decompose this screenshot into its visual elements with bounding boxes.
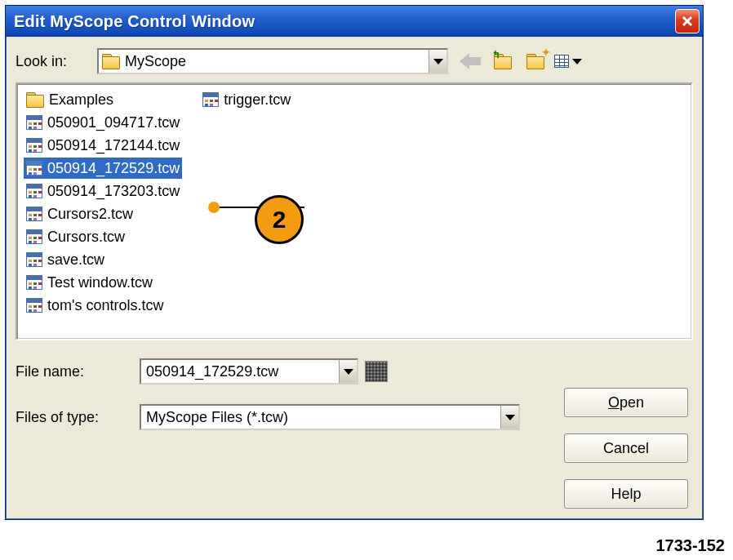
open-button[interactable]: Open (564, 388, 688, 417)
open-label-rest: pen (620, 394, 644, 411)
file-name-row: File name: 050914_172529.tcw (16, 358, 693, 384)
open-mnemonic: O (608, 394, 620, 411)
file-icon (26, 207, 42, 221)
chevron-down-icon (572, 59, 582, 64)
file-icon (26, 138, 42, 153)
list-item[interactable]: Examples (24, 89, 182, 110)
file-icon (26, 115, 42, 130)
new-folder-button[interactable]: ✦ (522, 49, 549, 73)
look-in-dropdown[interactable]: MyScope (97, 48, 448, 74)
up-one-level-button[interactable]: ↰ (489, 49, 517, 73)
file-icon (26, 275, 42, 290)
file-list[interactable]: Examples050901_094717.tcw050914_172144.t… (16, 82, 693, 340)
files-of-type-label: Files of type: (16, 409, 140, 426)
svg-marker-2 (460, 53, 481, 69)
file-name-dropdown-button[interactable] (339, 360, 357, 383)
list-item[interactable]: 050901_094717.tcw (24, 112, 182, 133)
list-item[interactable]: 050914_172144.tcw (24, 135, 182, 156)
figure-id: 1733-152 (655, 536, 725, 555)
file-label: trigger.tcw (224, 91, 291, 109)
file-label: 050901_094717.tcw (47, 114, 180, 131)
back-button[interactable] (456, 49, 484, 73)
list-item[interactable]: tom's controls.tcw (24, 295, 182, 316)
action-buttons: Open Cancel Help (564, 388, 688, 525)
file-label: 050914_172529.tcw (47, 160, 180, 177)
look-in-dropdown-button[interactable] (429, 50, 446, 73)
chevron-down-icon (505, 415, 515, 420)
file-name-label: File name: (16, 363, 140, 380)
file-label: Examples (49, 91, 113, 109)
file-label: Cursors.tcw (47, 229, 125, 246)
file-label: save.tcw (47, 251, 104, 269)
file-icon (26, 252, 42, 267)
file-name-input[interactable]: 050914_172529.tcw (140, 358, 358, 384)
files-of-type-dropdown[interactable]: MyScope Files (*.tcw) (140, 404, 520, 430)
folder-icon (102, 54, 120, 69)
grid-icon (554, 55, 569, 68)
files-of-type-dropdown-button[interactable] (500, 406, 518, 429)
file-name-value: 050914_172529.tcw (141, 363, 339, 380)
look-in-label: Look in: (16, 53, 97, 70)
file-label: 050914_172144.tcw (47, 137, 180, 154)
cancel-button[interactable]: Cancel (564, 433, 688, 463)
list-item[interactable]: Cursors.tcw (24, 226, 182, 247)
file-label: Test window.tcw (47, 274, 153, 291)
window-title: Edit MyScope Control Window (14, 12, 255, 31)
file-label: Cursors2.tcw (47, 206, 133, 223)
look-in-value: MyScope (125, 53, 429, 70)
file-icon (26, 229, 42, 244)
file-label: tom's controls.tcw (47, 297, 163, 314)
close-icon (681, 15, 694, 28)
back-arrow-icon (460, 53, 481, 69)
list-item[interactable]: 050914_173203.tcw (24, 180, 182, 202)
look-in-row: Look in: MyScope ↰ ✦ (16, 48, 693, 74)
list-item[interactable]: Test window.tcw (24, 272, 182, 293)
file-label: 050914_173203.tcw (47, 183, 180, 200)
chevron-down-icon (344, 369, 353, 375)
file-icon (26, 161, 42, 176)
list-item[interactable]: Cursors2.tcw (24, 203, 182, 224)
dialog-window: Edit MyScope Control Window Look in: MyS… (5, 5, 704, 520)
folder-icon (26, 92, 44, 107)
close-button[interactable] (675, 9, 700, 33)
list-item[interactable]: 050914_172529.tcw (24, 158, 182, 179)
view-menu-button[interactable] (554, 49, 582, 73)
help-button[interactable]: Help (564, 479, 688, 509)
cancel-label: Cancel (603, 440, 649, 457)
file-icon (26, 184, 42, 198)
chevron-down-icon (433, 59, 443, 64)
titlebar: Edit MyScope Control Window (6, 6, 703, 37)
file-icon (26, 298, 42, 313)
sparkle-icon: ✦ (541, 46, 551, 59)
list-item[interactable]: trigger.tcw (200, 89, 293, 110)
files-of-type-value: MyScope Files (*.tcw) (141, 409, 500, 426)
list-item[interactable]: save.tcw (24, 249, 182, 270)
help-label: Help (611, 486, 641, 503)
up-arrow-icon: ↰ (492, 49, 500, 60)
file-icon (202, 92, 219, 107)
on-screen-keyboard-button[interactable] (365, 361, 388, 382)
